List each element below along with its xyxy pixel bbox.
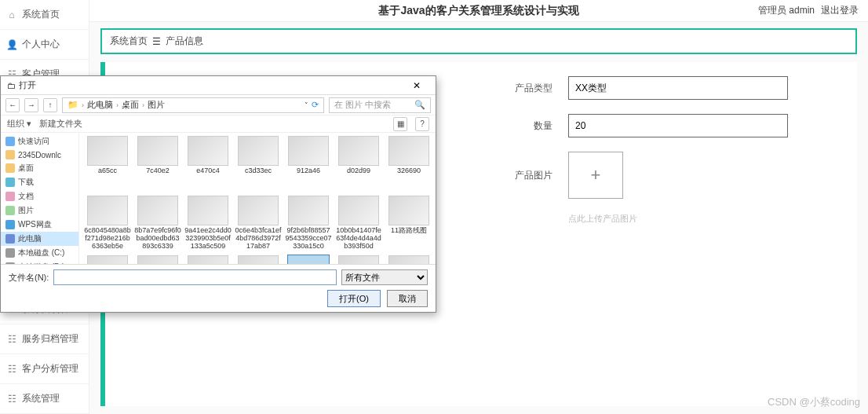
dialog-sidebar: 快速访问2345Downlc桌面下载文档图片WPS网盘此电脑本地磁盘 (C:)本… bbox=[1, 133, 79, 264]
refresh-icon[interactable]: ⟳ bbox=[312, 100, 319, 110]
tree-item[interactable]: 文档 bbox=[1, 189, 78, 203]
quantity-input[interactable] bbox=[568, 114, 788, 137]
upload-button[interactable]: + bbox=[568, 152, 623, 199]
archive-icon: ☷ bbox=[6, 334, 17, 345]
folder-icon bbox=[5, 163, 15, 173]
thumbnail bbox=[238, 136, 279, 166]
file-item[interactable]: 0122 bbox=[235, 255, 282, 264]
sidebar-item[interactable]: 👤个人中心 bbox=[0, 30, 89, 60]
sidebar-item-label: 个人中心 bbox=[22, 38, 60, 51]
file-item[interactable]: 10b0b41407fe63f4de4d4a4db393f50d bbox=[335, 196, 382, 252]
file-item[interactable]: 202147212224?640 bbox=[385, 255, 432, 264]
file-item[interactable]: 912a46 bbox=[285, 136, 332, 192]
organize-menu[interactable]: 组织 ▾ bbox=[7, 118, 31, 130]
tree-item[interactable]: 2345Downlc bbox=[1, 148, 78, 161]
tree-item[interactable]: 下载 bbox=[1, 175, 78, 189]
path-seg-pc[interactable]: 此电脑 bbox=[87, 99, 113, 111]
file-item[interactable]: 15a1c5217b5c6c20ef65f9cd88128ef9 bbox=[134, 255, 181, 264]
breadcrumb-home[interactable]: 系统首页 bbox=[110, 35, 148, 48]
newfolder-button[interactable]: 新建文件夹 bbox=[39, 118, 82, 130]
admin-label: 管理员 admin bbox=[758, 4, 815, 17]
thumbnail bbox=[388, 196, 429, 225]
tree-item[interactable]: 本地磁盘 (C:) bbox=[1, 246, 78, 260]
search-input[interactable]: 在 图片 中搜索 🔍 bbox=[329, 97, 431, 113]
nav-fwd-icon[interactable]: → bbox=[24, 98, 38, 112]
chevron-down-icon[interactable]: ˅ bbox=[305, 101, 308, 109]
file-item[interactable]: 9f2b6bf885579543359cce07330a15c0 bbox=[285, 196, 332, 252]
file-name: 11路路线图 bbox=[385, 227, 432, 252]
file-item[interactable]: 14ce36d3d539b600cb3c61b3e650352ac75cb7c3… bbox=[84, 255, 131, 264]
file-item[interactable]: 8b7a7e9fc96f0bad00edbd63893c6339 bbox=[134, 196, 181, 252]
sidebar-item-label: 服务归档管理 bbox=[22, 332, 78, 346]
view-icon[interactable]: ▦ bbox=[393, 117, 407, 131]
filetype-select[interactable]: 所有文件 bbox=[341, 269, 428, 285]
file-item[interactable]: 6c8045480a8bf271d98e216b6363eb5e bbox=[84, 196, 131, 252]
sidebar-item[interactable]: ☷客户分析管理 bbox=[0, 354, 89, 384]
sidebar-item-label: 系统首页 bbox=[22, 8, 60, 21]
folder-icon bbox=[5, 192, 15, 201]
tree-item[interactable]: 此电脑 bbox=[1, 232, 78, 246]
sidebar-item-label: 客户分析管理 bbox=[22, 362, 78, 376]
file-item[interactable]: 326690 bbox=[385, 136, 432, 192]
folder-icon bbox=[5, 178, 15, 187]
file-item[interactable]: 52c602ab00c8612a7966ef78384d4315 bbox=[184, 255, 232, 264]
search-placeholder: 在 图片 中搜索 bbox=[334, 99, 391, 111]
sidebar-item-label: 系统管理 bbox=[22, 392, 60, 405]
sidebar-item[interactable]: ☷服务归档管理 bbox=[0, 324, 89, 354]
breadcrumb-sep-icon: ☰ bbox=[152, 36, 161, 47]
tree-item[interactable]: 快速访问 bbox=[1, 134, 78, 148]
cancel-button[interactable]: 取消 bbox=[387, 290, 428, 307]
thumbnail bbox=[137, 196, 178, 225]
tree-item[interactable]: 图片 bbox=[1, 203, 78, 218]
path-bar[interactable]: 📁 › 此电脑 › 桌面 › 图片 ˅ ⟳ bbox=[62, 97, 324, 113]
open-button[interactable]: 打开(O) bbox=[327, 290, 381, 307]
file-name: 9f2b6bf885579543359cce07330a15c0 bbox=[285, 227, 332, 252]
file-grid: a65cc7c40e2e470c4c3d33ec912a46d02d993266… bbox=[79, 133, 436, 264]
file-item[interactable]: 124842d23b052ef9083b90477b2f5c0f bbox=[335, 255, 382, 264]
tree-item-label: 图片 bbox=[18, 205, 34, 216]
file-item[interactable]: 7c40e2 bbox=[134, 136, 181, 192]
upload-hint: 点此上传产品图片 bbox=[568, 213, 833, 225]
thumbnail bbox=[288, 136, 329, 166]
file-item[interactable]: 11路路线图 bbox=[385, 196, 432, 252]
sidebar-item[interactable]: ☷系统管理 bbox=[0, 384, 89, 414]
tree-item-label: 本地磁盘 (C:) bbox=[18, 247, 64, 258]
sidebar-item[interactable]: ⌂系统首页 bbox=[0, 0, 89, 30]
file-item[interactable]: 9a41ee2c4dd03239903b5e0f133a5c509 bbox=[184, 196, 232, 252]
thumbnail bbox=[238, 255, 279, 264]
path-seg-desktop[interactable]: 桌面 bbox=[122, 99, 139, 111]
thumbnail bbox=[338, 255, 379, 264]
file-open-dialog: 🗀 打开 ✕ ← → ↑ 📁 › 此电脑 › 桌面 › 图片 ˅ ⟳ 在 图片 … bbox=[0, 75, 436, 313]
file-item[interactable]: a65cc bbox=[84, 136, 131, 192]
file-item[interactable]: e470c4 bbox=[184, 136, 232, 192]
tree-item[interactable]: 桌面 bbox=[1, 161, 78, 175]
folder-icon: 🗀 bbox=[7, 81, 16, 90]
thumbnail bbox=[388, 255, 429, 264]
search-icon: 🔍 bbox=[414, 100, 425, 110]
tree-item[interactable]: WPS网盘 bbox=[1, 218, 78, 232]
file-name: c3d33ec bbox=[235, 167, 282, 192]
file-item[interactable]: d02d99 bbox=[335, 136, 382, 192]
file-item[interactable]: 0c6e4b3fca1ef4bd786d3972f17ab87 bbox=[235, 196, 282, 252]
chevron-right-icon: › bbox=[116, 101, 119, 109]
help-icon[interactable]: ? bbox=[415, 117, 429, 131]
tree-item-label: 文档 bbox=[18, 191, 34, 202]
dialog-footer: 文件名(N): 所有文件 打开(O) 取消 bbox=[1, 264, 436, 312]
product-type-input[interactable] bbox=[568, 76, 788, 100]
thumbnail bbox=[87, 136, 128, 166]
logout-link[interactable]: 退出登录 bbox=[821, 4, 859, 17]
folder-icon bbox=[5, 137, 15, 146]
file-item[interactable]: c3d33ec bbox=[235, 136, 282, 192]
nav-up-icon[interactable]: ↑ bbox=[43, 98, 57, 112]
file-name: 912a46 bbox=[285, 167, 332, 192]
filename-input[interactable] bbox=[53, 269, 337, 285]
dialog-titlebar[interactable]: 🗀 打开 ✕ bbox=[1, 76, 436, 95]
file-name: 8b7a7e9fc96f0bad00edbd63893c6339 bbox=[134, 227, 181, 252]
file-item[interactable]: 300x300 bbox=[285, 255, 332, 264]
path-seg-images[interactable]: 图片 bbox=[148, 99, 165, 111]
thumbnail bbox=[238, 196, 279, 225]
folder-icon bbox=[5, 248, 15, 258]
tree-item-label: 快速访问 bbox=[18, 136, 49, 147]
close-icon[interactable]: ✕ bbox=[404, 78, 429, 93]
nav-back-icon[interactable]: ← bbox=[5, 98, 20, 112]
